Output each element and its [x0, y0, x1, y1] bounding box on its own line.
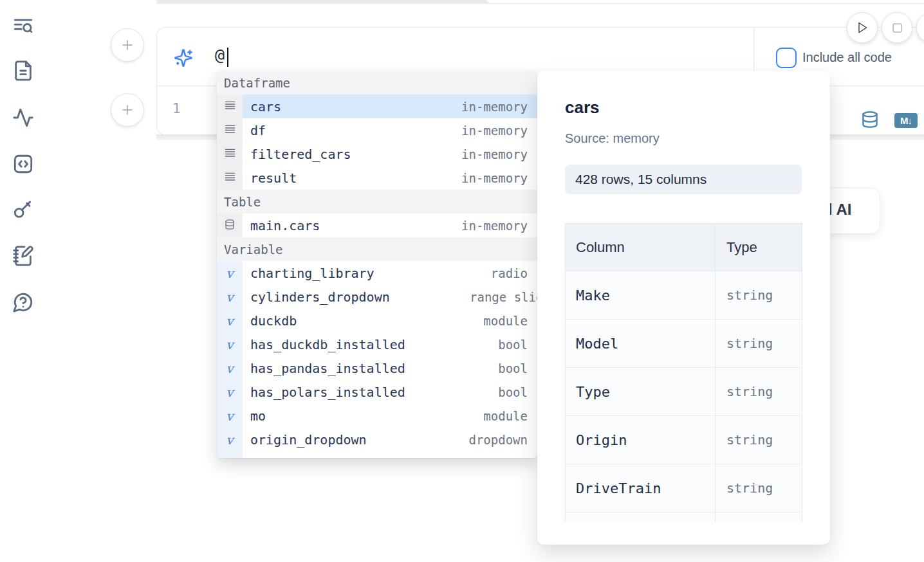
key-icon[interactable]: [12, 199, 34, 221]
variable-icon: v: [217, 404, 243, 428]
dataframe-preview-panel: cars Source: memory 428 rows, 15 columns…: [537, 71, 830, 545]
autocomplete-item[interactable]: main.cars in-memory: [217, 213, 537, 237]
item-name: origin_dropdown: [250, 432, 367, 448]
autocomplete-dropdown: Dataframe cars in-memory df in-memory fi…: [217, 71, 537, 458]
item-name: charting_library: [250, 266, 374, 281]
schema-table-wrap: Column Type Make string Model string Typ…: [565, 223, 802, 522]
variable-icon: v: [217, 309, 243, 332]
include-all-code-checkbox[interactable]: [776, 48, 797, 68]
item-type: bool: [498, 361, 537, 376]
table-row-partial: [566, 512, 802, 522]
table-row: Make string: [566, 271, 802, 320]
database-action-icon[interactable]: [861, 111, 879, 129]
database-icon: [217, 213, 243, 237]
notebook-pen-icon[interactable]: [12, 245, 34, 267]
autocomplete-section-header: Dataframe: [217, 71, 537, 95]
notebook-canvas: @ Include all code 1 M↓ l AI Dataframe: [0, 0, 924, 562]
column-type-cell: string: [716, 271, 802, 319]
variable-icon: v: [217, 332, 243, 356]
stop-icon: [892, 23, 903, 33]
autocomplete-item[interactable]: v pd module: [217, 451, 537, 458]
item-type: range_slider: [470, 290, 537, 304]
variable-icon: v: [217, 261, 243, 285]
file-document-icon[interactable]: [12, 60, 34, 82]
autocomplete-item[interactable]: cars in-memory: [217, 95, 537, 118]
add-cell-below-button[interactable]: [111, 93, 144, 127]
text-cursor: [227, 48, 228, 67]
item-name: has_duckdb_installed: [250, 337, 405, 352]
variable-icon: v: [217, 428, 243, 451]
dataframe-icon: [217, 95, 243, 118]
column-type-cell: string: [716, 416, 802, 464]
variable-icon: v: [217, 451, 243, 458]
item-type: radio: [491, 266, 537, 280]
ai-sparkle-icon: [174, 48, 193, 68]
add-cell-above-button[interactable]: [111, 28, 144, 62]
markdown-icon[interactable]: M↓: [894, 113, 918, 128]
autocomplete-item[interactable]: v mo module: [217, 404, 537, 428]
column-name-cell: [566, 512, 716, 522]
autocomplete-item[interactable]: v origin_dropdown dropdown: [217, 428, 537, 451]
dataframe-icon: [217, 118, 243, 142]
preview-title: cars: [565, 98, 600, 118]
item-name: pd: [250, 456, 266, 458]
item-name: filtered_cars: [250, 147, 351, 162]
autocomplete-item[interactable]: v cylinders_dropdown range_slider: [217, 285, 537, 309]
column-type-cell: [716, 512, 802, 522]
item-name: df: [250, 123, 266, 138]
column-header: Column: [566, 224, 716, 271]
schema-table-body: Make string Model string Type string Ori…: [566, 271, 802, 522]
item-type: in-memory: [461, 219, 537, 233]
autocomplete-item[interactable]: v charting_library radio: [217, 261, 537, 285]
table-row: Type string: [566, 368, 802, 416]
column-name-cell: Make: [566, 271, 716, 319]
dataframe-icon: [217, 142, 243, 166]
stop-button[interactable]: [882, 12, 912, 43]
column-name-cell: Origin: [566, 416, 716, 464]
run-cell-button[interactable]: [847, 12, 878, 43]
item-name: cylinders_dropdown: [250, 289, 390, 305]
shape-badge: 428 rows, 15 columns: [565, 165, 802, 194]
autocomplete-item[interactable]: v has_polars_installed bool: [217, 380, 537, 404]
autocomplete-section-header: Variable: [217, 237, 537, 261]
autocomplete-item[interactable]: result in-memory: [217, 166, 537, 190]
include-all-code-label: Include all code: [802, 50, 892, 65]
text-search-icon[interactable]: [12, 15, 34, 37]
autocomplete-item[interactable]: df in-memory: [217, 118, 537, 142]
help-chat-icon[interactable]: [12, 291, 34, 313]
table-row: Model string: [566, 320, 802, 368]
activity-icon[interactable]: [12, 107, 34, 129]
ai-prompt-input[interactable]: @: [215, 46, 225, 64]
item-type: bool: [498, 385, 537, 399]
column-type-cell: string: [716, 320, 802, 367]
item-type: module: [483, 314, 537, 328]
item-name: has_pandas_installed: [250, 361, 405, 376]
column-name-cell: Type: [566, 368, 716, 415]
autocomplete-section-header: Table: [217, 190, 537, 213]
column-name-cell: Model: [566, 320, 716, 367]
autocomplete-item[interactable]: v has_pandas_installed bool: [217, 356, 537, 380]
item-type: bool: [498, 338, 537, 352]
item-type: module: [483, 457, 537, 458]
item-name: cars: [250, 99, 281, 114]
type-header: Type: [716, 224, 802, 271]
item-name: result: [250, 170, 297, 186]
autocomplete-item[interactable]: filtered_cars in-memory: [217, 142, 537, 166]
column-type-cell: string: [716, 464, 802, 512]
table-row: DriveTrain string: [566, 464, 802, 512]
schema-table: Column Type Make string Model string Typ…: [565, 223, 802, 522]
autocomplete-item[interactable]: v duckdb module: [217, 309, 537, 332]
item-name: duckdb: [250, 313, 297, 329]
play-icon: [856, 21, 869, 34]
code-square-icon[interactable]: [12, 153, 34, 175]
autocomplete-item[interactable]: v has_duckdb_installed bool: [217, 332, 537, 356]
item-name: has_polars_installed: [250, 385, 405, 400]
column-name-cell: DriveTrain: [566, 464, 716, 512]
line-number: 1: [172, 101, 181, 116]
item-type: dropdown: [468, 433, 537, 447]
dataframe-icon: [217, 166, 243, 190]
table-row: Origin string: [566, 416, 802, 464]
ai-button-label: l AI: [828, 201, 851, 219]
previous-cell-corner: [486, 0, 924, 4]
item-type: in-memory: [461, 123, 537, 138]
